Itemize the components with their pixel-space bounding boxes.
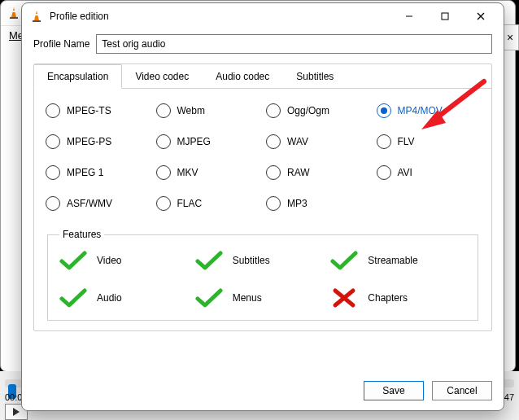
svg-rect-5 — [33, 20, 41, 22]
feature-label: Audio — [97, 292, 122, 304]
tab-encapsulation-page: MPEG-TSWebmOgg/OgmMP4/MOVMPEG-PSMJPEGWAV… — [34, 89, 491, 330]
radio-mp3[interactable]: MP3 — [266, 196, 370, 211]
radio-icon — [46, 103, 60, 118]
feature-label: Subtitles — [233, 255, 270, 266]
radio-icon — [156, 103, 171, 118]
feature-subtitles: Subtitles — [195, 250, 331, 271]
radio-asf-wmv[interactable]: ASF/WMV — [46, 196, 150, 211]
encapsulation-radio-grid: MPEG-TSWebmOgg/OgmMP4/MOVMPEG-PSMJPEGWAV… — [46, 103, 480, 211]
radio-label: ASF/WMV — [67, 198, 112, 209]
radio-mkv[interactable]: MKV — [156, 165, 260, 180]
radio-icon — [266, 196, 281, 211]
play-icon — [12, 408, 20, 416]
radio-label: MPEG-TS — [67, 105, 111, 116]
vlc-cone-icon — [30, 10, 43, 23]
radio-ogg-ogm[interactable]: Ogg/Ogm — [266, 103, 370, 118]
radio-mpeg-ps[interactable]: MPEG-PS — [46, 134, 150, 149]
profile-name-label: Profile Name — [33, 38, 89, 50]
tabs-header: EncapsulationVideo codecAudio codecSubti… — [34, 64, 491, 89]
tab-encapsulation[interactable]: Encapsulation — [33, 64, 122, 89]
radio-flv[interactable]: FLV — [377, 134, 481, 149]
radio-icon — [266, 103, 281, 118]
radio-label: MP4/MOV — [398, 105, 443, 116]
feature-streamable: Streamable — [330, 250, 466, 271]
radio-icon — [377, 165, 391, 180]
radio-label: MKV — [177, 167, 198, 178]
radio-wav[interactable]: WAV — [266, 134, 370, 149]
save-button[interactable]: Save — [364, 381, 424, 400]
feature-label: Video — [97, 255, 121, 266]
check-icon — [195, 250, 223, 271]
radio-icon — [266, 165, 281, 180]
radio-raw[interactable]: RAW — [266, 165, 370, 180]
radio-label: MPEG-PS — [67, 136, 111, 147]
profile-name-input[interactable] — [96, 34, 492, 54]
minimize-button[interactable] — [391, 4, 427, 28]
features-fieldset: Features VideoSubtitlesStreamableAudioMe… — [47, 229, 478, 321]
radio-label: MP3 — [287, 198, 307, 209]
feature-video: Video — [59, 250, 195, 271]
radio-label: Ogg/Ogm — [287, 105, 329, 116]
dialog-titlebar: Profile edition — [22, 3, 504, 29]
close-button[interactable] — [463, 4, 499, 28]
tab-video-codec[interactable]: Video codec — [122, 65, 203, 88]
radio-label: FLAC — [177, 198, 203, 209]
radio-icon — [266, 134, 281, 149]
feature-chapters: Chapters — [330, 287, 466, 308]
feature-audio: Audio — [59, 287, 195, 308]
profile-edition-dialog: Profile edition Profile Name Encapsulati… — [21, 2, 504, 411]
radio-label: Webm — [177, 105, 205, 116]
check-icon — [59, 250, 87, 271]
feature-menus: Menus — [195, 287, 331, 308]
radio-label: MPEG 1 — [67, 167, 103, 178]
cancel-button[interactable]: Cancel — [432, 381, 492, 400]
radio-icon — [377, 134, 391, 149]
svg-rect-8 — [442, 13, 448, 20]
radio-label: FLV — [398, 136, 415, 147]
feature-label: Chapters — [368, 292, 408, 304]
features-legend: Features — [59, 229, 104, 240]
radio-webm[interactable]: Webm — [156, 103, 260, 118]
svg-rect-6 — [35, 14, 38, 15]
feature-label: Streamable — [368, 255, 417, 266]
check-icon — [195, 287, 223, 308]
radio-icon — [156, 165, 171, 180]
cross-icon — [330, 287, 358, 308]
check-icon — [59, 287, 87, 308]
radio-icon — [46, 196, 60, 211]
maximize-icon — [441, 12, 449, 20]
radio-label: MJPEG — [177, 136, 211, 147]
svg-marker-3 — [13, 408, 20, 416]
tab-subtitles[interactable]: Subtitles — [283, 65, 347, 88]
close-icon — [477, 12, 485, 20]
dialog-title: Profile edition — [50, 11, 109, 22]
vlc-cone-icon — [7, 7, 20, 20]
radio-label: WAV — [287, 136, 308, 147]
radio-label: RAW — [287, 167, 310, 178]
svg-rect-2 — [12, 11, 15, 12]
radio-icon — [377, 103, 391, 118]
radio-icon — [156, 196, 171, 211]
radio-icon — [46, 134, 60, 149]
radio-icon — [46, 165, 60, 180]
check-icon — [330, 250, 358, 271]
radio-label: AVI — [398, 167, 412, 178]
feature-label: Menus — [233, 292, 262, 304]
tabs-container: EncapsulationVideo codecAudio codecSubti… — [33, 63, 492, 331]
minimize-icon — [405, 12, 413, 20]
radio-mpeg-ts[interactable]: MPEG-TS — [46, 103, 150, 118]
tab-audio-codec[interactable]: Audio codec — [203, 65, 283, 88]
radio-mpeg-1[interactable]: MPEG 1 — [46, 165, 150, 180]
svg-rect-1 — [10, 17, 18, 19]
radio-flac[interactable]: FLAC — [156, 196, 260, 211]
maximize-button[interactable] — [427, 4, 463, 28]
radio-avi[interactable]: AVI — [377, 165, 481, 180]
radio-icon — [156, 134, 171, 149]
radio-mjpeg[interactable]: MJPEG — [156, 134, 260, 149]
radio-mp4-mov[interactable]: MP4/MOV — [377, 103, 481, 118]
